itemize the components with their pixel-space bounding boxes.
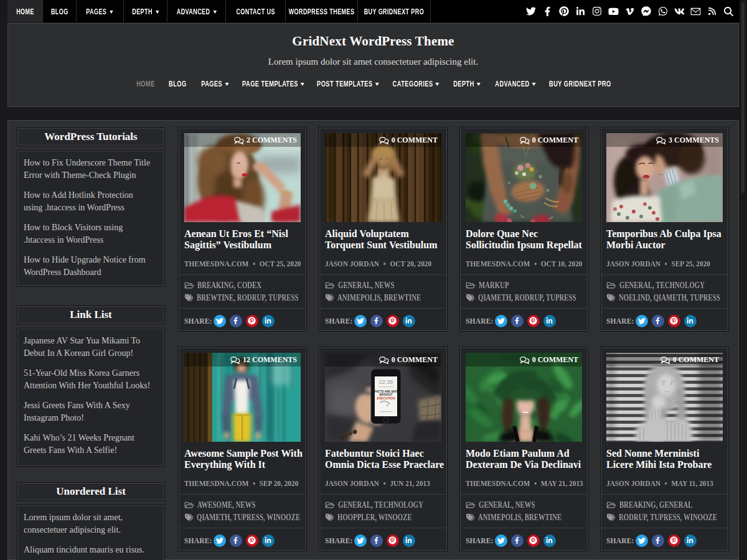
svg-text:22:38: 22:38 [379, 379, 393, 385]
svg-text:EXECUTION: EXECUTION [377, 396, 395, 400]
